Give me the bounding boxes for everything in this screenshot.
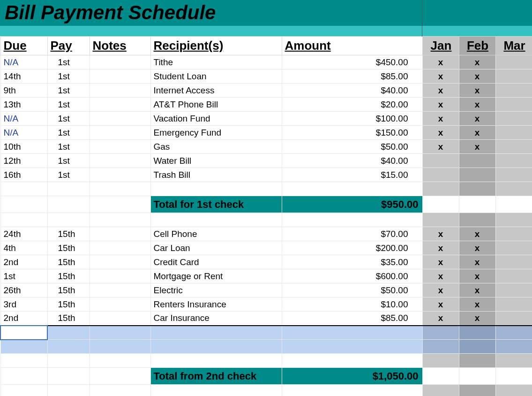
empty-cell[interactable] (150, 340, 282, 354)
empty-cell[interactable] (90, 354, 150, 368)
empty-cell[interactable] (0, 340, 47, 354)
cell-jan[interactable] (422, 168, 459, 182)
empty-cell[interactable] (0, 354, 47, 368)
empty-cell[interactable] (459, 182, 495, 196)
empty-cell[interactable] (90, 326, 150, 340)
cell-due[interactable]: N/A (0, 126, 47, 140)
cell-mar[interactable] (495, 283, 532, 297)
cell-mar[interactable] (495, 227, 532, 241)
cell-recipient[interactable]: Gas (150, 140, 282, 154)
cell-amount[interactable]: $40.00 (282, 84, 422, 98)
cell-recipient[interactable]: Car Loan (150, 241, 282, 255)
cell-jan[interactable]: x (422, 140, 459, 154)
empty-cell[interactable] (150, 182, 282, 196)
cell-amount[interactable]: $85.00 (282, 69, 422, 84)
cell-pay[interactable]: 15th (47, 312, 90, 326)
cell-amount[interactable]: $40.00 (282, 154, 422, 168)
cell-mar[interactable] (495, 98, 532, 112)
cell-feb[interactable]: x (459, 241, 495, 255)
cell-recipient[interactable]: Renters Insurance (150, 297, 282, 312)
cell-mar[interactable] (495, 55, 532, 69)
cell-notes[interactable] (90, 98, 150, 112)
cell-mar[interactable] (495, 154, 532, 168)
cell-due[interactable]: 26th (0, 283, 47, 297)
cell-pay[interactable]: 1st (47, 140, 90, 154)
cell-notes[interactable] (90, 168, 150, 182)
cell-pay[interactable]: 1st (47, 84, 90, 98)
cell-feb[interactable]: x (459, 98, 495, 112)
cell-jan[interactable]: x (422, 55, 459, 69)
cell-notes[interactable] (90, 154, 150, 168)
cell-notes[interactable] (90, 84, 150, 98)
empty-cell[interactable] (282, 326, 422, 340)
empty-cell[interactable] (0, 213, 47, 227)
empty-cell[interactable] (90, 385, 150, 396)
header-month-jan[interactable]: Jan (422, 37, 459, 55)
empty-cell[interactable] (282, 213, 422, 227)
cell-amount[interactable]: $35.00 (282, 255, 422, 269)
cell-pay[interactable]: 1st (47, 98, 90, 112)
cell-feb[interactable]: x (459, 126, 495, 140)
cell-pay[interactable]: 15th (47, 241, 90, 255)
cell-feb[interactable]: x (459, 255, 495, 269)
empty-cell[interactable] (90, 213, 150, 227)
cell-amount[interactable]: $100.00 (282, 112, 422, 126)
empty-cell[interactable] (422, 326, 459, 340)
cell-feb[interactable] (459, 168, 495, 182)
cell-due[interactable]: N/A (0, 55, 47, 69)
header-month-mar[interactable]: Mar (495, 37, 532, 55)
empty-cell[interactable] (47, 385, 90, 396)
cell-jan[interactable]: x (422, 283, 459, 297)
cell-pay[interactable]: 15th (47, 227, 90, 241)
header-pay[interactable]: Pay (47, 37, 90, 55)
cell-amount[interactable]: $50.00 (282, 283, 422, 297)
cell-amount[interactable]: $450.00 (282, 55, 422, 69)
cell-mar[interactable] (495, 241, 532, 255)
cell-amount[interactable]: $15.00 (282, 168, 422, 182)
cell-notes[interactable] (90, 241, 150, 255)
cell-pay[interactable]: 1st (47, 168, 90, 182)
cell-notes[interactable] (90, 55, 150, 69)
cell-feb[interactable]: x (459, 69, 495, 84)
selected-row[interactable] (0, 340, 532, 354)
empty-cell[interactable] (282, 385, 422, 396)
cell-feb[interactable]: x (459, 312, 495, 326)
cell-feb[interactable]: x (459, 140, 495, 154)
header-recipient[interactable]: Recipient(s) (150, 37, 282, 55)
cell-notes[interactable] (90, 69, 150, 84)
empty-cell[interactable] (150, 385, 282, 396)
cell-mar[interactable] (495, 69, 532, 84)
cell-feb[interactable] (459, 368, 495, 385)
empty-cell[interactable] (459, 326, 495, 340)
empty-cell[interactable] (495, 354, 532, 368)
cell-feb[interactable]: x (459, 84, 495, 98)
cell-feb[interactable]: x (459, 269, 495, 283)
cell-due[interactable]: 1st (0, 269, 47, 283)
cell-jan[interactable]: x (422, 269, 459, 283)
cell-mar[interactable] (495, 140, 532, 154)
cell-amount[interactable]: $600.00 (282, 269, 422, 283)
cell-due[interactable]: 3rd (0, 297, 47, 312)
cell-pay[interactable]: 15th (47, 297, 90, 312)
cell-due[interactable]: 16th (0, 168, 47, 182)
empty-cell[interactable] (47, 326, 90, 340)
cell-jan[interactable] (422, 196, 459, 213)
selected-row[interactable] (0, 326, 532, 340)
cell-jan[interactable]: x (422, 227, 459, 241)
cell-pay[interactable]: 1st (47, 55, 90, 69)
header-amount[interactable]: Amount (282, 37, 422, 55)
cell-feb[interactable]: x (459, 227, 495, 241)
cell-pay[interactable]: 15th (47, 283, 90, 297)
empty-cell[interactable] (47, 182, 90, 196)
cell-recipient[interactable]: Car Insurance (150, 312, 282, 326)
cell-recipient[interactable]: AT&T Phone Bill (150, 98, 282, 112)
cell-due[interactable]: N/A (0, 112, 47, 126)
cell-recipient[interactable]: Trash Bill (150, 168, 282, 182)
empty-cell[interactable] (0, 182, 47, 196)
empty-cell[interactable] (495, 385, 532, 396)
header-notes[interactable]: Notes (90, 37, 150, 55)
cell-recipient[interactable]: Credit Card (150, 255, 282, 269)
cell-due[interactable]: 24th (0, 227, 47, 241)
empty-cell[interactable] (47, 196, 90, 213)
empty-cell[interactable] (495, 213, 532, 227)
